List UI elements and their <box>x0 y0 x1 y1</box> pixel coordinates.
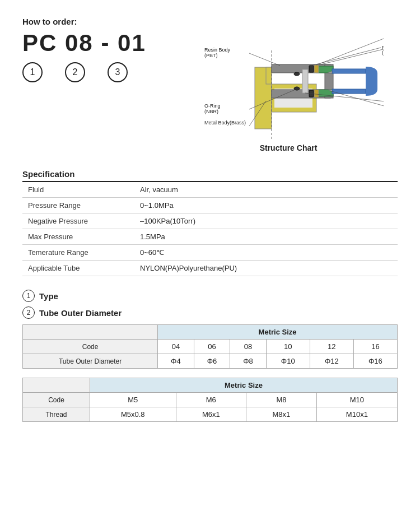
table2-thread-label: Thread <box>23 407 90 422</box>
left-section: How to order: PC 08 - 01 1 2 3 <box>22 17 168 82</box>
table2-code-label: Code <box>23 393 90 407</box>
table1-metric-header: Metric Size <box>158 325 398 340</box>
spec-title: Specification <box>22 169 398 182</box>
svg-line-23 <box>319 44 384 65</box>
table2-empty-header <box>23 378 90 393</box>
table1-tod-08: Φ8 <box>230 354 267 369</box>
table2-thread-m5: M5x0.8 <box>90 407 176 422</box>
structure-diagram: Back Ring(ZnDC) Packing (NBR) Collar(ZnD… <box>193 17 384 140</box>
spec-value: 1.5MPa <box>134 229 398 245</box>
spec-row: Max Pressure1.5MPa <box>22 229 398 245</box>
svg-line-27 <box>330 91 384 112</box>
outer-diam-label: Tube Outer Diameter <box>39 308 122 318</box>
metric-table-2-wrapper: Metric Size Code M5 M6 M8 M10 Thread M5x… <box>22 378 398 422</box>
table2-code-m5: M5 <box>90 393 176 407</box>
how-to-order-label: How to order: <box>22 17 168 26</box>
table1-code-08: 08 <box>230 340 267 354</box>
part-number: PC 08 - 01 <box>22 30 168 57</box>
svg-rect-2 <box>266 67 272 84</box>
table2-code-m8: M8 <box>246 393 317 407</box>
right-section: Back Ring(ZnDC) Packing (NBR) Collar(ZnD… <box>179 17 398 152</box>
label-metalbody: Metal Body(Brass) <box>204 120 246 126</box>
table1-code-06: 06 <box>194 340 230 354</box>
table2-thread-m10: M10x1 <box>316 407 397 422</box>
spec-value: 0~1.0MPa <box>134 198 398 213</box>
spec-row: Temerature Range0~60℃ <box>22 245 398 261</box>
label-oring: O-Ring <box>204 103 221 109</box>
table1-empty-header <box>23 325 158 340</box>
spec-label: Max Pressure <box>22 229 134 245</box>
type-line-1: 1 Type <box>22 290 398 302</box>
spec-label: Fluid <box>22 182 134 198</box>
type-line-2: 2 Tube Outer Diameter <box>22 306 398 319</box>
spec-row: FluidAir, vacuum <box>22 182 398 198</box>
table2-code-m10: M10 <box>316 393 397 407</box>
table1-tod-label: Tube Outer Diameter <box>23 354 158 369</box>
svg-line-21 <box>316 36 384 65</box>
svg-rect-11 <box>314 65 319 73</box>
spec-value: 0~60℃ <box>134 245 398 261</box>
metric-table-1: Metric Size Code 04 06 08 10 12 16 Tube … <box>22 324 398 369</box>
svg-rect-9 <box>332 69 366 73</box>
circle-1: 1 <box>22 62 43 82</box>
svg-rect-13 <box>309 66 314 72</box>
table1-tod-04: Φ4 <box>158 354 194 369</box>
spec-label: Pressure Range <box>22 198 134 213</box>
table2-metric-header: Metric Size <box>90 378 398 393</box>
svg-line-22 <box>311 48 381 66</box>
spec-row: Negative Pressure–100KPa(10Torr) <box>22 213 398 229</box>
svg-rect-17 <box>302 69 308 93</box>
spec-label: Applicable Tube <box>22 261 134 276</box>
table1-tod-16: Φ16 <box>353 354 397 369</box>
spec-table: FluidAir, vacuumPressure Range0~1.0MPaNe… <box>22 182 398 276</box>
structure-chart-title: Structure Chart <box>260 143 318 152</box>
svg-rect-12 <box>314 90 319 97</box>
top-section: How to order: PC 08 - 01 1 2 3 <box>22 17 398 152</box>
label-packing2: (NBR) <box>382 50 384 55</box>
label-resin2: (PBT) <box>204 53 218 58</box>
spec-row: Pressure Range0~1.0MPa <box>22 198 398 213</box>
table1-tod-12: Φ12 <box>310 354 353 369</box>
metric-table-1-wrapper: Metric Size Code 04 06 08 10 12 16 Tube … <box>22 324 398 369</box>
type-section: 1 Type 2 Tube Outer Diameter <box>22 290 398 319</box>
circle-2: 2 <box>65 62 85 82</box>
label-resin: Resin Body <box>204 47 231 53</box>
table1-code-16: 16 <box>353 340 397 354</box>
spec-label: Temerature Range <box>22 245 134 261</box>
spec-row: Applicable TubeNYLON(PA)Polyurethane(PU) <box>22 261 398 276</box>
spec-label: Negative Pressure <box>22 213 134 229</box>
table1-tod-10: Φ10 <box>266 354 310 369</box>
circle-3: 3 <box>108 62 128 82</box>
label-oring2: (NBR) <box>204 109 218 114</box>
table1-code-label: Code <box>23 340 158 354</box>
table1-code-10: 10 <box>266 340 310 354</box>
table1-tod-06: Φ6 <box>194 354 230 369</box>
type-label: Type <box>39 291 58 301</box>
table2-code-m6: M6 <box>176 393 246 407</box>
table1-code-12: 12 <box>310 340 353 354</box>
spec-value: –100KPa(10Torr) <box>134 213 398 229</box>
metric-table-2: Metric Size Code M5 M6 M8 M10 Thread M5x… <box>22 378 398 422</box>
circle-labels: 1 2 3 <box>22 62 168 82</box>
spec-value: Air, vacuum <box>134 182 398 198</box>
table2-thread-m8: M8x1 <box>246 407 317 422</box>
svg-line-24 <box>249 53 280 66</box>
svg-point-16 <box>294 72 300 76</box>
table1-code-04: 04 <box>158 340 194 354</box>
table2-thread-m6: M6x1 <box>176 407 246 422</box>
type-circle-2: 2 <box>22 306 35 319</box>
spec-value: NYLON(PA)Polyurethane(PU) <box>134 261 398 276</box>
type-circle-1: 1 <box>22 290 35 302</box>
spec-section: Specification FluidAir, vacuumPressure R… <box>22 169 398 276</box>
